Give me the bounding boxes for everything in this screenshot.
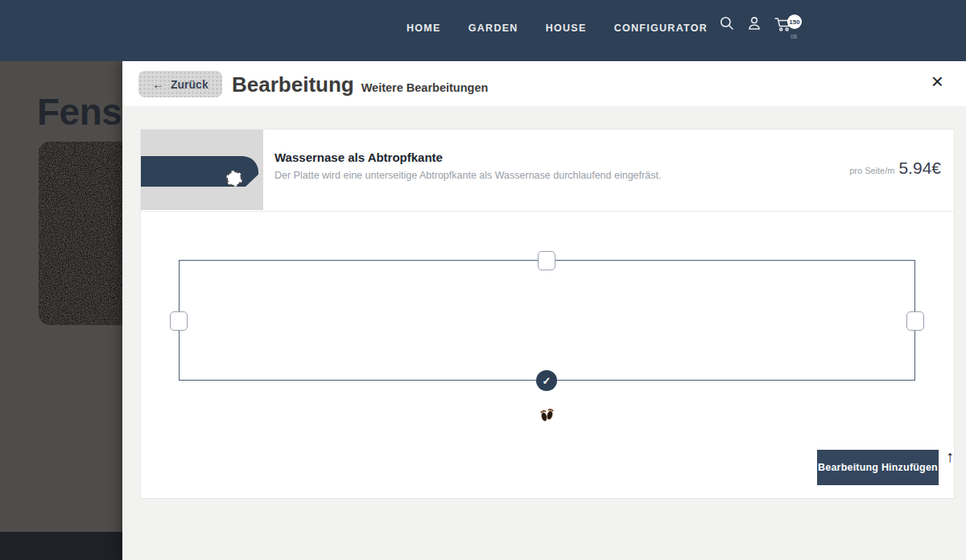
nav-garden[interactable]: GARDEN	[469, 23, 518, 34]
page: Fenste ← Zurück Bearbeitung Weitere Be	[0, 0, 966, 560]
edit-modal: ← Zurück Bearbeitung Weitere Bearbeitung…	[122, 61, 966, 560]
cart-badge: 150	[787, 14, 802, 29]
add-edit-button[interactable]: Bearbeitung Hinzufügen	[817, 450, 939, 485]
price-amount: 5.94€	[898, 159, 941, 178]
nav-menu: HOME GARDEN HOUSE CONFIGURATOR	[407, 23, 708, 34]
edge-checkbox-right[interactable]	[906, 311, 924, 331]
check-icon: ✓	[543, 375, 551, 387]
back-button[interactable]: ← Zurück	[138, 71, 222, 97]
cart-note: 08	[791, 34, 797, 39]
nav-home[interactable]: HOME	[407, 23, 441, 34]
modal-titles: Bearbeitung Weitere Bearbeitungen	[232, 72, 488, 97]
edit-option-thumbnail	[141, 130, 263, 210]
nav-configurator[interactable]: CONFIGURATOR	[614, 23, 708, 34]
user-icon[interactable]	[746, 15, 762, 35]
edit-option-row[interactable]: Wassernase als Abtropfkante Der Platte w…	[141, 130, 954, 212]
material-swatch-image	[39, 142, 135, 325]
modal-subtitle: Weitere Bearbeitungen	[361, 81, 489, 94]
modal-title: Bearbeitung	[232, 72, 354, 97]
drip-groove-icon	[226, 171, 242, 187]
back-button-label: Zurück	[171, 78, 208, 91]
cart-icon[interactable]: 150 08	[774, 15, 795, 36]
modal-header: ← Zurück Bearbeitung Weitere Bearbeitung…	[122, 61, 966, 106]
edge-checkbox-left[interactable]	[170, 311, 188, 331]
search-icon[interactable]	[719, 15, 735, 35]
edit-card: Wassernase als Abtropfkante Der Platte w…	[140, 129, 955, 499]
footprints-icon	[537, 405, 556, 424]
price-unit: pro Seite/m	[849, 166, 894, 175]
nav-icons: 150 08	[719, 15, 795, 36]
edge-checkbox-bottom-checked[interactable]: ✓	[536, 370, 557, 391]
scroll-top-icon[interactable]: ↑	[946, 447, 954, 466]
price-block: pro Seite/m 5.94€	[849, 159, 941, 178]
close-icon[interactable]: ×	[931, 71, 943, 92]
top-nav: HOME GARDEN HOUSE CONFIGURATOR	[0, 0, 966, 61]
nav-house[interactable]: HOUSE	[546, 23, 587, 34]
back-arrow-icon: ←	[152, 77, 164, 91]
plate-outline	[179, 260, 915, 381]
edge-checkbox-top[interactable]	[538, 251, 555, 270]
